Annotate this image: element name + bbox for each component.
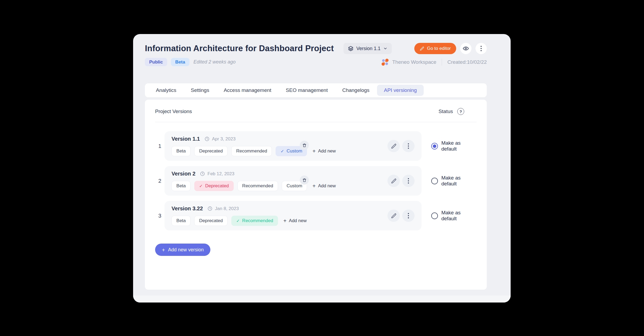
- version-menu-button[interactable]: [402, 175, 415, 187]
- go-to-editor-button[interactable]: Go to editor: [414, 43, 456, 54]
- tab-api-versioning[interactable]: API versioning: [377, 85, 424, 96]
- badge-deprecated[interactable]: Deprecated: [194, 216, 228, 226]
- check-icon: ✓: [199, 184, 203, 189]
- add-new-badge-button[interactable]: + Add new: [283, 218, 307, 223]
- badge-deprecated[interactable]: Deprecated: [194, 146, 228, 156]
- project-versions-panel: Project Versions Status ? 1 Version 1.1: [145, 100, 487, 290]
- row-index: 3: [155, 213, 164, 219]
- version-date: Apr 3, 2023: [212, 136, 236, 142]
- settings-tabbar: Analytics Settings Access management SEO…: [145, 83, 487, 97]
- badge-recommended[interactable]: Recommended: [231, 146, 272, 156]
- make-default-label: Make as default: [441, 210, 477, 222]
- version-name: Version 2: [171, 171, 195, 177]
- page-title: Information Architecture for Dashboard P…: [145, 44, 334, 53]
- make-default-radio[interactable]: [431, 212, 438, 219]
- badge-custom[interactable]: Custom: [282, 181, 307, 191]
- plus-icon: +: [312, 183, 316, 189]
- tab-analytics[interactable]: Analytics: [149, 85, 183, 96]
- tab-changelogs[interactable]: Changelogs: [335, 85, 376, 96]
- row-index: 2: [155, 178, 164, 184]
- version-selector-dropdown[interactable]: Version 1.1: [343, 43, 392, 54]
- trash-icon: [302, 143, 307, 148]
- trash-icon: [302, 178, 307, 182]
- layers-icon: [348, 46, 354, 51]
- edited-timestamp: Edited 2 weeks ago: [193, 59, 236, 65]
- pencil-icon: [391, 213, 397, 219]
- panel-title: Project Versions: [155, 109, 192, 114]
- delete-badge-button[interactable]: [300, 176, 309, 185]
- version-menu-button[interactable]: [402, 210, 415, 222]
- window-footer-strip: [133, 296, 511, 303]
- badge-deprecated-selected[interactable]: ✓ Deprecated: [194, 181, 233, 191]
- edit-version-button[interactable]: [387, 175, 400, 187]
- more-options-button[interactable]: [475, 43, 487, 54]
- workspace-name: Theneo Workspace: [392, 59, 436, 65]
- version-card: Version 1.1 Apr 3, 2023 Beta Deprecated: [164, 131, 422, 161]
- version-selector-label: Version 1.1: [356, 46, 380, 51]
- plus-icon: +: [283, 218, 287, 223]
- preview-eye-button[interactable]: [460, 43, 471, 54]
- tab-settings[interactable]: Settings: [184, 85, 216, 96]
- version-card: Version 2 Feb 12, 2023 Beta ✓: [164, 166, 422, 196]
- tab-access-management[interactable]: Access management: [217, 85, 278, 96]
- divider: [442, 59, 442, 66]
- status-column-label: Status: [438, 109, 453, 114]
- edit-version-button[interactable]: [387, 210, 400, 222]
- theneo-logo-icon: [382, 59, 389, 66]
- divider: [155, 122, 477, 122]
- kebab-menu-icon: [408, 143, 409, 149]
- make-default-radio[interactable]: [431, 178, 438, 184]
- plus-icon: +: [162, 247, 165, 253]
- beta-badge: Beta: [171, 58, 189, 66]
- badge-beta[interactable]: Beta: [171, 146, 191, 156]
- badge-recommended[interactable]: Recommended: [237, 181, 278, 191]
- plus-icon: +: [312, 148, 316, 154]
- version-date: Feb 12, 2023: [207, 171, 234, 177]
- created-date: Created:10/02/22: [447, 59, 487, 65]
- pencil-icon: [420, 46, 424, 51]
- check-icon: ✓: [236, 218, 240, 223]
- version-name: Version 3.22: [171, 206, 203, 212]
- make-default-option[interactable]: Make as default: [431, 175, 477, 187]
- status-help-icon[interactable]: ?: [457, 108, 464, 115]
- badge-recommended-selected[interactable]: ✓ Recommended: [231, 216, 278, 226]
- badge-custom-selected[interactable]: ✓ Custom: [276, 146, 307, 156]
- row-index: 1: [155, 143, 164, 149]
- app-window: Information Architecture for Dashboard P…: [133, 34, 511, 303]
- go-to-editor-label: Go to editor: [427, 46, 451, 51]
- project-header: Information Architecture for Dashboard P…: [133, 34, 511, 66]
- version-name: Version 1.1: [171, 136, 200, 142]
- eye-icon: [463, 45, 469, 52]
- make-default-option[interactable]: Make as default: [431, 140, 477, 152]
- make-default-option[interactable]: Make as default: [431, 210, 477, 222]
- add-new-badge-button[interactable]: + Add new: [312, 183, 336, 189]
- clock-icon: [207, 206, 213, 211]
- tab-seo-management[interactable]: SEO management: [279, 85, 335, 96]
- clock-icon: [204, 136, 210, 141]
- kebab-menu-icon: [408, 213, 409, 218]
- add-new-badge-button[interactable]: + Add new: [312, 148, 336, 154]
- version-date: Jan 8, 2023: [215, 206, 239, 211]
- edit-version-button[interactable]: [387, 140, 400, 152]
- clock-icon: [200, 171, 205, 176]
- pencil-icon: [391, 143, 397, 149]
- badge-beta[interactable]: Beta: [171, 216, 191, 226]
- kebab-menu-icon: [408, 178, 409, 184]
- badge-beta[interactable]: Beta: [171, 181, 191, 191]
- version-row: 1 Version 1.1 Apr 3, 2023: [155, 131, 477, 161]
- make-default-radio[interactable]: [431, 143, 438, 150]
- pencil-icon: [391, 178, 397, 184]
- chevron-down-icon: [383, 46, 387, 51]
- make-default-label: Make as default: [441, 140, 477, 152]
- check-icon: ✓: [280, 149, 284, 154]
- kebab-menu-icon: [481, 46, 482, 51]
- version-card: Version 3.22 Jan 8, 2023 Beta Deprecated: [164, 201, 422, 230]
- public-badge: Public: [145, 58, 167, 66]
- version-menu-button[interactable]: [402, 140, 415, 152]
- version-row: 3 Version 3.22 Jan 8, 2023: [155, 201, 477, 230]
- make-default-label: Make as default: [441, 175, 477, 187]
- version-row: 2 Version 2 Feb 12, 2023: [155, 166, 477, 196]
- delete-badge-button[interactable]: [300, 141, 309, 150]
- add-new-version-button[interactable]: + Add new version: [155, 244, 210, 256]
